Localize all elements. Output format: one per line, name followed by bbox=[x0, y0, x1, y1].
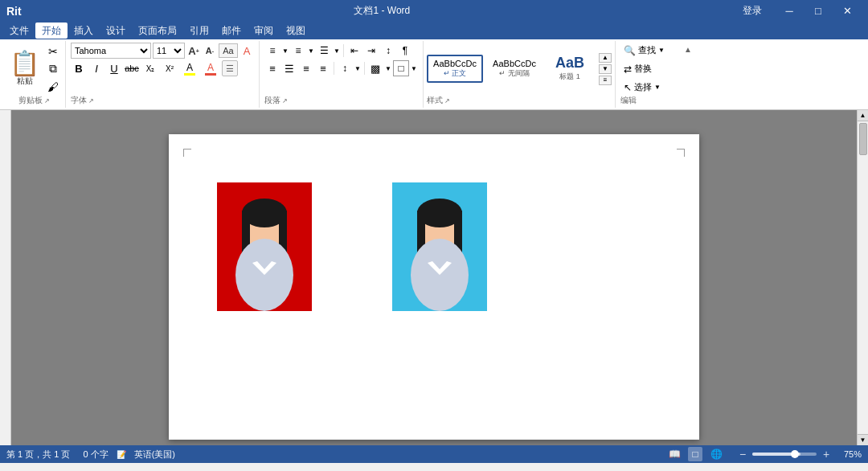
collapse-ribbon-button[interactable]: ▲ bbox=[682, 43, 694, 55]
styles-scroll-down[interactable]: ▼ bbox=[599, 64, 612, 74]
styles-more[interactable]: ≡ bbox=[599, 76, 612, 85]
increase-indent-button[interactable]: ⇥ bbox=[363, 43, 379, 59]
styles-group-label: 样式 ↗ bbox=[427, 95, 612, 106]
font-format-row: B I U abc X₂ X² A A ☰ bbox=[71, 60, 254, 76]
menu-item-插入[interactable]: 插入 bbox=[68, 23, 100, 39]
read-view-button[interactable]: 📖 bbox=[667, 447, 682, 461]
zoom-out-button[interactable]: − bbox=[736, 448, 749, 461]
subscript-button[interactable]: X₂ bbox=[141, 60, 159, 76]
number-list-arrow[interactable]: ▼ bbox=[307, 43, 315, 59]
menu-item-引用[interactable]: 引用 bbox=[183, 23, 215, 39]
minimize-button[interactable]: ─ bbox=[775, 3, 804, 19]
find-label: 查找 bbox=[638, 44, 656, 56]
bullet-list-arrow[interactable]: ▼ bbox=[281, 43, 289, 59]
italic-button[interactable]: I bbox=[88, 60, 104, 76]
underline-button[interactable]: U bbox=[106, 60, 122, 76]
document-scroll-area[interactable] bbox=[11, 110, 857, 445]
decrease-indent-button[interactable]: ⇤ bbox=[346, 43, 362, 59]
clipboard-group: 📋 粘贴 ✂ ⧉ 🖌 剪贴板 ↗ bbox=[3, 41, 66, 108]
zoom-slider[interactable] bbox=[752, 453, 817, 456]
scroll-up-button[interactable]: ▲ bbox=[858, 110, 869, 121]
menu-item-审阅[interactable]: 审阅 bbox=[248, 23, 280, 39]
font-name-select[interactable]: Tahoma bbox=[71, 43, 151, 59]
line-spacing-button[interactable]: ↕ bbox=[337, 60, 353, 76]
border-arrow[interactable]: ▼ bbox=[410, 60, 418, 76]
justify-button[interactable]: ≡ bbox=[315, 60, 331, 76]
proofing-icon[interactable]: 📝 bbox=[115, 448, 128, 461]
styles-scroll-buttons: ▲ ▼ ≡ bbox=[599, 53, 612, 85]
paste-icon: 📋 bbox=[10, 51, 39, 76]
editing-group: 🔍 查找 ▼ ⇄ 替换 ↖ 选择 ▼ 编辑 bbox=[616, 41, 680, 108]
login-button[interactable]: 登录 bbox=[736, 2, 768, 19]
style-normal[interactable]: AaBbCcDc ↵ 正文 bbox=[427, 55, 483, 83]
bullet-list-button[interactable]: ≡ bbox=[264, 43, 280, 59]
para-divider2 bbox=[334, 62, 334, 75]
bold-button[interactable]: B bbox=[71, 60, 87, 76]
select-button[interactable]: ↖ 选择 ▼ bbox=[620, 80, 675, 95]
web-layout-button[interactable]: 🌐 bbox=[709, 447, 723, 461]
scroll-down-button[interactable]: ▼ bbox=[858, 434, 869, 445]
clear-formatting-button[interactable]: A bbox=[240, 43, 254, 58]
shading-arrow[interactable]: ▼ bbox=[384, 60, 392, 76]
menu-item-开始[interactable]: 开始 bbox=[35, 23, 68, 39]
menu-item-文件[interactable]: 文件 bbox=[3, 23, 35, 39]
copy-button[interactable]: ⧉ bbox=[44, 61, 62, 77]
font-shrink-button[interactable]: A- bbox=[203, 43, 217, 58]
font-group: Tahoma 11 A+ A- Aa A B I U abc X₂ X² A bbox=[66, 41, 260, 108]
find-icon: 🔍 bbox=[624, 45, 636, 56]
language-status[interactable]: 英语(美国) bbox=[134, 448, 175, 461]
replace-button[interactable]: ⇄ 替换 bbox=[620, 61, 675, 76]
multilevel-list-arrow[interactable]: ▼ bbox=[333, 43, 341, 59]
superscript-button[interactable]: X² bbox=[161, 60, 178, 76]
menu-item-邮件[interactable]: 邮件 bbox=[215, 23, 248, 39]
zoom-percentage[interactable]: 75% bbox=[836, 449, 862, 459]
font-expand-icon[interactable]: ↗ bbox=[88, 97, 94, 104]
strikethrough-button[interactable]: abc bbox=[124, 60, 140, 76]
page-count: 第 1 页，共 1 页 bbox=[6, 448, 70, 461]
print-layout-button[interactable]: □ bbox=[688, 447, 702, 461]
close-button[interactable]: ✕ bbox=[833, 3, 862, 19]
highlight-color-button[interactable]: A bbox=[180, 60, 199, 76]
font-grow-button[interactable]: A+ bbox=[186, 43, 201, 58]
menu-item-视图[interactable]: 视图 bbox=[280, 23, 312, 39]
align-left-button[interactable]: ≡ bbox=[264, 60, 280, 76]
styles-scroll-up[interactable]: ▲ bbox=[599, 53, 612, 63]
number-list-button[interactable]: ≡ bbox=[290, 43, 306, 59]
menu-item-页面布局[interactable]: 页面布局 bbox=[132, 23, 183, 39]
find-button[interactable]: 🔍 查找 ▼ bbox=[620, 43, 675, 58]
menu-item-设计[interactable]: 设计 bbox=[100, 23, 132, 39]
zoom-in-button[interactable]: + bbox=[820, 448, 833, 461]
shading-button[interactable]: ▩ bbox=[367, 60, 383, 76]
style-heading1[interactable]: AaB 标题 1 bbox=[546, 52, 594, 85]
font-color-button[interactable]: A bbox=[201, 60, 220, 76]
clipboard-content: 📋 粘贴 ✂ ⧉ 🖌 bbox=[6, 43, 62, 95]
cut-button[interactable]: ✂ bbox=[44, 43, 62, 59]
align-center-button[interactable]: ☰ bbox=[281, 60, 297, 76]
styles-expand-icon[interactable]: ↗ bbox=[444, 97, 450, 104]
menu-bar: 文件开始插入设计页面布局引用邮件审阅视图 bbox=[0, 22, 868, 39]
font-group-label: 字体 ↗ bbox=[71, 95, 254, 106]
style-no-space[interactable]: AaBbCcDc ↵ 无间隔 bbox=[486, 55, 542, 82]
zoom-thumb[interactable] bbox=[791, 450, 799, 458]
multilevel-list-button[interactable]: ☰ bbox=[316, 43, 332, 59]
scroll-track[interactable] bbox=[858, 121, 868, 434]
paste-button[interactable]: 📋 粘贴 bbox=[6, 48, 43, 90]
editing-label-text: 编辑 bbox=[620, 95, 637, 106]
document-area: ▲ ▼ bbox=[0, 110, 868, 445]
font-size-select[interactable]: 11 bbox=[153, 43, 185, 59]
window-controls: ─ □ ✕ bbox=[775, 3, 862, 19]
scroll-thumb[interactable] bbox=[859, 123, 867, 155]
align-right-button[interactable]: ≡ bbox=[298, 60, 314, 76]
effects-button[interactable]: ☰ bbox=[222, 60, 238, 76]
paragraph-expand-icon[interactable]: ↗ bbox=[282, 97, 288, 104]
maximize-button[interactable]: □ bbox=[804, 3, 833, 19]
clipboard-expand-icon[interactable]: ↗ bbox=[44, 97, 50, 104]
format-painter-button[interactable]: 🖌 bbox=[44, 79, 62, 95]
border-button[interactable]: □ bbox=[393, 60, 409, 76]
font-case-button[interactable]: Aa bbox=[219, 43, 238, 58]
show-formatting-button[interactable]: ¶ bbox=[397, 43, 413, 59]
sort-button[interactable]: ↕ bbox=[380, 43, 396, 59]
find-arrow: ▼ bbox=[658, 47, 665, 54]
status-bar: 第 1 页，共 1 页 0 个字 📝 英语(美国) 📖 □ 🌐 − + 75% bbox=[0, 445, 868, 463]
line-spacing-arrow[interactable]: ▼ bbox=[354, 60, 362, 76]
